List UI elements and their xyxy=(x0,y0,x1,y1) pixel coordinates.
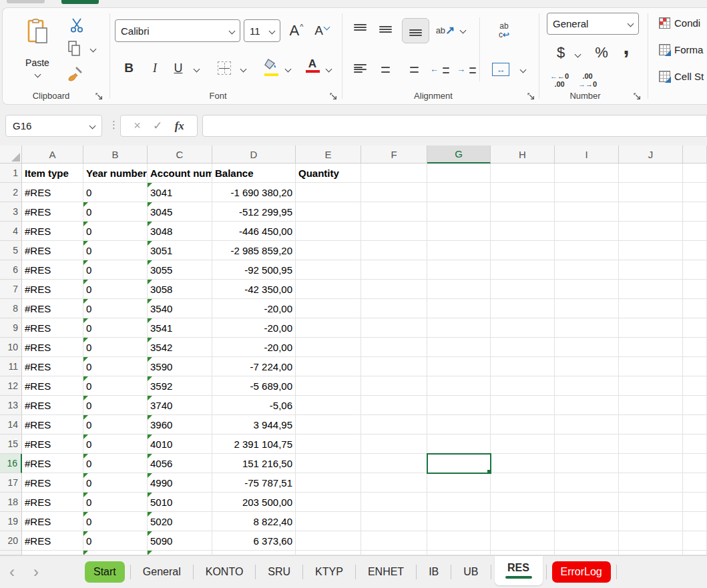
number-dialog-launcher-icon[interactable] xyxy=(634,93,641,100)
cell[interactable] xyxy=(296,454,361,473)
borders-button[interactable] xyxy=(218,61,231,75)
item-type-cell[interactable]: #RES xyxy=(22,454,83,473)
cell[interactable] xyxy=(427,415,491,434)
item-type-cell[interactable]: #RES xyxy=(22,241,83,260)
cell[interactable] xyxy=(555,473,619,493)
cell[interactable] xyxy=(361,318,427,338)
cell[interactable] xyxy=(491,183,555,202)
item-type-cell[interactable]: #RES xyxy=(22,260,83,280)
column-header-d[interactable]: D xyxy=(212,145,296,164)
cell[interactable] xyxy=(555,512,619,531)
row-number[interactable]: 17 xyxy=(0,473,22,493)
cell[interactable] xyxy=(683,280,707,299)
name-box[interactable]: G16 xyxy=(5,115,102,137)
insert-function-icon[interactable]: fx xyxy=(175,119,184,133)
cell[interactable] xyxy=(296,493,361,512)
cell[interactable] xyxy=(555,260,619,280)
row-number[interactable]: 9 xyxy=(0,318,22,338)
item-type-cell[interactable]: #RES xyxy=(22,318,83,338)
cell[interactable] xyxy=(619,357,683,376)
cell[interactable] xyxy=(361,202,427,222)
row-number[interactable]: 13 xyxy=(0,396,22,415)
formula-bar-grip-icon[interactable]: ⋮ xyxy=(109,119,119,131)
account-number-cell[interactable]: 5090 xyxy=(148,531,212,551)
cell[interactable] xyxy=(427,376,491,396)
cell[interactable] xyxy=(491,396,555,415)
item-type-cell[interactable]: #RES xyxy=(22,376,83,396)
item-type-cell[interactable]: #RES xyxy=(22,183,83,202)
cell[interactable] xyxy=(619,164,683,183)
cell[interactable] xyxy=(296,551,361,555)
cell[interactable] xyxy=(683,183,707,202)
cell[interactable] xyxy=(491,531,555,551)
orientation-chevron[interactable] xyxy=(460,27,467,34)
row-number[interactable]: 3 xyxy=(0,202,22,222)
cell[interactable] xyxy=(296,222,361,241)
decrease-indent-button[interactable]: ← xyxy=(430,64,449,74)
cell-b1[interactable]: Year number xyxy=(83,164,148,183)
cell[interactable] xyxy=(296,241,361,260)
cell[interactable] xyxy=(619,318,683,338)
cell[interactable] xyxy=(361,454,427,473)
cell[interactable] xyxy=(491,222,555,241)
cell[interactable] xyxy=(83,551,148,555)
cell[interactable] xyxy=(683,376,707,396)
cell[interactable] xyxy=(619,454,683,473)
cell[interactable] xyxy=(361,376,427,396)
cell[interactable] xyxy=(555,454,619,473)
balance-cell[interactable]: 8 822,40 xyxy=(212,512,296,531)
cell[interactable] xyxy=(427,183,491,202)
cell[interactable] xyxy=(555,338,619,357)
column-header-f[interactable]: F xyxy=(361,145,427,164)
cell[interactable] xyxy=(491,260,555,280)
cell[interactable] xyxy=(619,338,683,357)
sheet-tab-konto[interactable]: KONTO xyxy=(197,561,252,583)
row-number[interactable]: 8 xyxy=(0,299,22,318)
underline-dropdown-chevron[interactable] xyxy=(194,66,200,73)
cell[interactable] xyxy=(683,164,707,183)
row-number[interactable]: 16 xyxy=(0,454,22,473)
account-number-cell[interactable]: 3055 xyxy=(148,260,212,280)
cell[interactable] xyxy=(361,183,427,202)
cell[interactable] xyxy=(555,241,619,260)
merge-center-button[interactable]: ↔ xyxy=(492,63,509,76)
account-number-cell[interactable]: 3542 xyxy=(148,338,212,357)
orientation-button[interactable]: ab ↗ xyxy=(434,20,457,40)
cell[interactable] xyxy=(683,318,707,338)
balance-cell[interactable]: -92 500,95 xyxy=(212,260,296,280)
cell[interactable] xyxy=(361,415,427,434)
top-align-button[interactable] xyxy=(354,24,367,34)
number-format-combo[interactable]: General xyxy=(547,13,639,35)
cell[interactable] xyxy=(427,164,491,183)
cell[interactable] xyxy=(296,280,361,299)
cell[interactable] xyxy=(683,493,707,512)
cell[interactable] xyxy=(619,512,683,531)
prev-sheet-icon[interactable]: ‹ xyxy=(0,564,24,580)
cell[interactable] xyxy=(619,183,683,202)
cell[interactable] xyxy=(683,512,707,531)
cell[interactable] xyxy=(555,396,619,415)
cell[interactable] xyxy=(427,260,491,280)
decrease-font-size-button[interactable]: A xyxy=(311,21,332,40)
cell[interactable] xyxy=(491,415,555,434)
clipboard-dialog-launcher-icon[interactable] xyxy=(95,93,103,100)
column-header-partial[interactable] xyxy=(683,145,707,164)
year-number-cell[interactable]: 0 xyxy=(83,396,148,415)
cell[interactable] xyxy=(555,434,619,454)
balance-cell[interactable]: -2 985 859,20 xyxy=(212,241,296,260)
year-number-cell[interactable]: 0 xyxy=(83,183,148,202)
column-header-h[interactable]: H xyxy=(491,145,555,164)
cell[interactable] xyxy=(491,357,555,376)
cell[interactable] xyxy=(683,260,707,280)
middle-align-button[interactable] xyxy=(379,24,392,34)
cell[interactable] xyxy=(555,280,619,299)
cell[interactable] xyxy=(619,202,683,222)
column-header-c[interactable]: C xyxy=(148,145,212,164)
cell[interactable] xyxy=(296,512,361,531)
increase-font-size-button[interactable]: A^ xyxy=(286,21,307,40)
format-as-table-button[interactable]: Forma xyxy=(659,44,703,55)
sheet-tab-ib[interactable]: IB xyxy=(420,561,447,583)
column-header-i[interactable]: I xyxy=(555,145,619,164)
item-type-cell[interactable]: #RES xyxy=(22,473,83,493)
cell[interactable] xyxy=(296,338,361,357)
